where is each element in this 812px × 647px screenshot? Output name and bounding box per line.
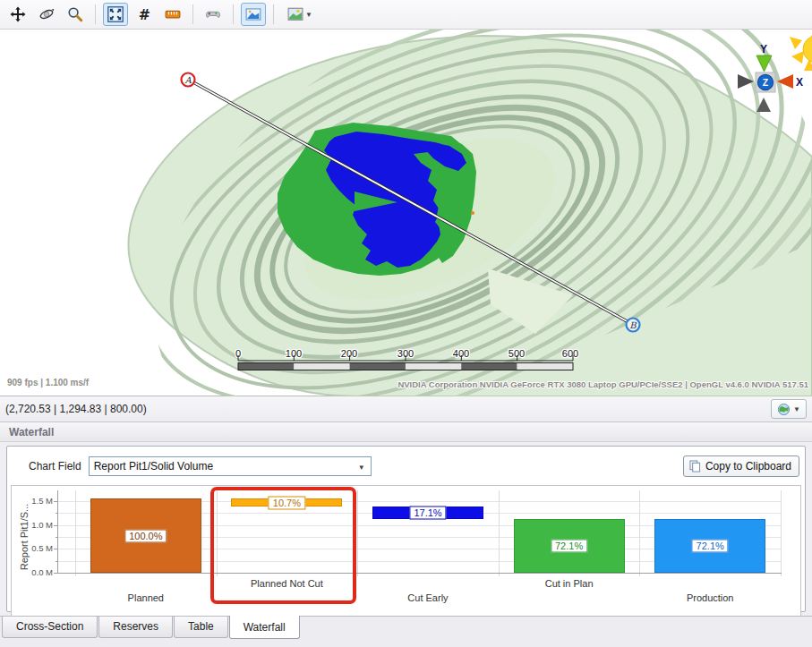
x-axis-line	[57, 573, 782, 574]
orbit-button[interactable]	[34, 3, 59, 26]
y-tick-label: 0.0 M	[21, 567, 53, 577]
highlight-annotation	[210, 487, 357, 604]
coordinate-system-button[interactable]: ▼	[771, 399, 807, 419]
bar-value-label: 100.0%	[124, 529, 167, 542]
category-label: Planned	[75, 592, 217, 603]
chart-image-icon	[245, 6, 261, 22]
y-minor-tick	[56, 537, 57, 538]
bar-value-label: 72.1%	[692, 540, 729, 553]
grid-icon: #	[136, 6, 152, 22]
image-icon	[287, 6, 303, 22]
panel-titlebar: Waterfall	[0, 422, 812, 442]
panel-title: Waterfall	[9, 426, 54, 438]
svg-text:B: B	[629, 320, 637, 330]
svg-text:500: 500	[509, 348, 525, 359]
svg-text:200: 200	[341, 348, 357, 359]
dropdown-caret-icon: ▼	[305, 11, 312, 19]
measure-button[interactable]	[160, 3, 185, 26]
y-tick-mark	[54, 525, 57, 526]
pan-icon	[10, 6, 26, 22]
gamepad-icon	[205, 6, 221, 22]
y-tick-label: 0.5 M	[21, 543, 53, 553]
y-tick-label: 1.5 M	[21, 496, 53, 506]
toolbar-separator	[233, 4, 234, 24]
gridline-vertical	[781, 490, 782, 576]
copy-to-clipboard-button[interactable]: Copy to Clipboard	[683, 455, 799, 477]
zoom-button[interactable]	[63, 3, 88, 26]
fps-readout: 909 fps | 1.100 ms/f	[7, 378, 90, 387]
axis-y-label: Y	[760, 43, 767, 55]
tab-reserves[interactable]: Reserves	[98, 617, 173, 638]
waterfall-panel: Chart Field Report Pit1/Solid Volume ▼ C…	[0, 442, 812, 616]
chart-field-value: Report Pit1/Solid Volume	[94, 460, 213, 472]
copy-icon	[689, 460, 701, 472]
y-axis-line	[57, 490, 58, 573]
zoom-extents-button[interactable]	[103, 3, 128, 26]
y-tick-mark	[54, 501, 57, 502]
ruler-icon	[165, 6, 181, 22]
category-label: Cut Early	[357, 592, 499, 603]
chart-view-button[interactable]	[241, 3, 266, 26]
axis-z-label: Z	[763, 77, 769, 88]
bottom-tabbar: Cross-Section Reserves Table Waterfall	[0, 616, 812, 647]
magnifier-icon	[67, 6, 83, 22]
toolbar-separator	[192, 4, 193, 24]
orbit-icon	[38, 6, 55, 22]
main-toolbar: #	[0, 0, 812, 30]
gridline-vertical	[499, 490, 500, 576]
y-tick-label: 1.0 M	[21, 520, 53, 530]
bar-value-label: 17.1%	[409, 507, 446, 520]
sun-icon	[790, 30, 812, 74]
tab-cross-section[interactable]: Cross-Section	[2, 617, 98, 638]
y-tick-mark	[54, 573, 57, 574]
svg-text:A: A	[184, 75, 192, 85]
gridline-vertical	[75, 490, 76, 576]
grid-button[interactable]: #	[132, 3, 157, 26]
cursor-coordinates: (2,720.53 | 1,294.83 | 800.00)	[5, 403, 147, 415]
category-label: Cut in Plan	[499, 578, 640, 589]
y-minor-tick	[56, 513, 57, 514]
svg-text:#: #	[139, 6, 150, 22]
gpu-readout: NVIDIA Corporation NVIDIA GeForce RTX 30…	[397, 379, 808, 389]
controller-button[interactable]	[201, 3, 226, 26]
waterfall-chart: Report Pit1/S... 0.0 M0.5 M1.0 M1.5 M100…	[11, 485, 801, 617]
viewport-3d[interactable]: A B 0 100 200 300 400 500 600	[0, 30, 812, 396]
globe-icon	[777, 403, 791, 416]
copy-button-label: Copy to Clipboard	[705, 460, 791, 472]
axis-gizmo[interactable]: Y Z X	[738, 43, 803, 112]
section-marker-b[interactable]: B	[627, 319, 640, 332]
background-image-button[interactable]: ▼	[281, 3, 319, 26]
application-window: #	[0, 0, 812, 647]
svg-text:600: 600	[562, 348, 578, 359]
bar-value-label: 72.1%	[551, 540, 587, 553]
category-label: Production	[639, 592, 781, 603]
y-minor-tick	[56, 561, 57, 562]
marker-dot	[471, 211, 474, 215]
waterfall-groupbox: Chart Field Report Pit1/Solid Volume ▼ C…	[6, 446, 806, 612]
chart-field-row: Chart Field Report Pit1/Solid Volume ▼ C…	[7, 455, 805, 477]
axis-x-label: X	[796, 76, 803, 89]
gridline-vertical	[639, 490, 640, 576]
pan-button[interactable]	[5, 3, 30, 26]
zoom-extents-icon	[107, 6, 124, 22]
section-marker-a[interactable]: A	[182, 73, 195, 87]
gridline-vertical	[357, 490, 358, 576]
y-tick-mark	[54, 549, 57, 549]
waterfall-plot: 0.0 M0.5 M1.0 M1.5 M100.0%Planned10.7%Pl…	[12, 486, 800, 616]
tab-waterfall[interactable]: Waterfall	[229, 616, 300, 639]
toolbar-separator	[273, 4, 274, 24]
chart-field-label: Chart Field	[29, 460, 81, 472]
coordinate-statusbar: (2,720.53 | 1,294.83 | 800.00) ▼	[0, 396, 812, 422]
combo-caret-icon: ▼	[358, 464, 365, 472]
tab-table[interactable]: Table	[174, 617, 228, 638]
chart-field-combobox[interactable]: Report Pit1/Solid Volume ▼	[89, 456, 372, 476]
dropdown-caret-icon: ▼	[793, 405, 800, 413]
toolbar-separator	[95, 4, 96, 24]
